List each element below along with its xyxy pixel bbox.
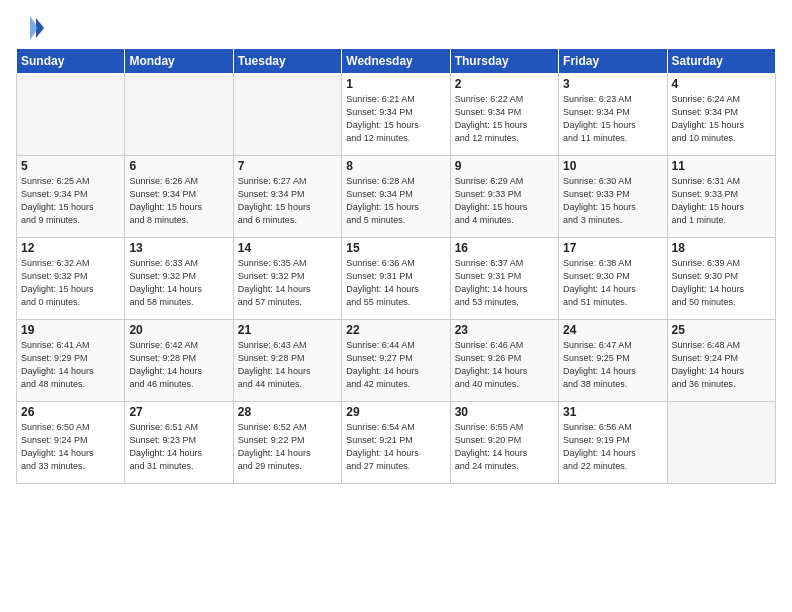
calendar-cell: 29Sunrise: 6:54 AM Sunset: 9:21 PM Dayli… <box>342 402 450 484</box>
day-number: 31 <box>563 405 662 419</box>
day-info: Sunrise: 6:26 AM Sunset: 9:34 PM Dayligh… <box>129 175 228 227</box>
calendar-cell: 11Sunrise: 6:31 AM Sunset: 9:33 PM Dayli… <box>667 156 775 238</box>
day-number: 21 <box>238 323 337 337</box>
logo <box>16 14 48 42</box>
week-row-5: 26Sunrise: 6:50 AM Sunset: 9:24 PM Dayli… <box>17 402 776 484</box>
day-info: Sunrise: 6:46 AM Sunset: 9:26 PM Dayligh… <box>455 339 554 391</box>
calendar-cell: 25Sunrise: 6:48 AM Sunset: 9:24 PM Dayli… <box>667 320 775 402</box>
day-number: 6 <box>129 159 228 173</box>
day-number: 10 <box>563 159 662 173</box>
day-info: Sunrise: 6:42 AM Sunset: 9:28 PM Dayligh… <box>129 339 228 391</box>
day-number: 26 <box>21 405 120 419</box>
week-row-1: 1Sunrise: 6:21 AM Sunset: 9:34 PM Daylig… <box>17 74 776 156</box>
day-info: Sunrise: 6:23 AM Sunset: 9:34 PM Dayligh… <box>563 93 662 145</box>
day-number: 27 <box>129 405 228 419</box>
day-number: 1 <box>346 77 445 91</box>
week-row-4: 19Sunrise: 6:41 AM Sunset: 9:29 PM Dayli… <box>17 320 776 402</box>
day-number: 20 <box>129 323 228 337</box>
day-number: 25 <box>672 323 771 337</box>
day-info: Sunrise: 6:29 AM Sunset: 9:33 PM Dayligh… <box>455 175 554 227</box>
day-info: Sunrise: 6:35 AM Sunset: 9:32 PM Dayligh… <box>238 257 337 309</box>
weekday-header-sunday: Sunday <box>17 49 125 74</box>
calendar-cell: 23Sunrise: 6:46 AM Sunset: 9:26 PM Dayli… <box>450 320 558 402</box>
day-number: 3 <box>563 77 662 91</box>
day-number: 12 <box>21 241 120 255</box>
calendar-cell: 18Sunrise: 6:39 AM Sunset: 9:30 PM Dayli… <box>667 238 775 320</box>
day-number: 5 <box>21 159 120 173</box>
day-number: 30 <box>455 405 554 419</box>
day-info: Sunrise: 6:41 AM Sunset: 9:29 PM Dayligh… <box>21 339 120 391</box>
weekday-header-friday: Friday <box>559 49 667 74</box>
calendar-cell: 8Sunrise: 6:28 AM Sunset: 9:34 PM Daylig… <box>342 156 450 238</box>
day-number: 14 <box>238 241 337 255</box>
day-info: Sunrise: 6:31 AM Sunset: 9:33 PM Dayligh… <box>672 175 771 227</box>
day-number: 24 <box>563 323 662 337</box>
calendar-cell: 3Sunrise: 6:23 AM Sunset: 9:34 PM Daylig… <box>559 74 667 156</box>
weekday-header-thursday: Thursday <box>450 49 558 74</box>
calendar-cell <box>233 74 341 156</box>
calendar-cell: 13Sunrise: 6:33 AM Sunset: 9:32 PM Dayli… <box>125 238 233 320</box>
calendar-cell: 4Sunrise: 6:24 AM Sunset: 9:34 PM Daylig… <box>667 74 775 156</box>
day-number: 29 <box>346 405 445 419</box>
calendar-cell: 27Sunrise: 6:51 AM Sunset: 9:23 PM Dayli… <box>125 402 233 484</box>
day-number: 17 <box>563 241 662 255</box>
calendar-cell: 22Sunrise: 6:44 AM Sunset: 9:27 PM Dayli… <box>342 320 450 402</box>
day-info: Sunrise: 6:38 AM Sunset: 9:30 PM Dayligh… <box>563 257 662 309</box>
day-info: Sunrise: 6:47 AM Sunset: 9:25 PM Dayligh… <box>563 339 662 391</box>
calendar-cell <box>125 74 233 156</box>
weekday-header-wednesday: Wednesday <box>342 49 450 74</box>
weekday-header-monday: Monday <box>125 49 233 74</box>
calendar-cell: 10Sunrise: 6:30 AM Sunset: 9:33 PM Dayli… <box>559 156 667 238</box>
day-info: Sunrise: 6:54 AM Sunset: 9:21 PM Dayligh… <box>346 421 445 473</box>
day-info: Sunrise: 6:30 AM Sunset: 9:33 PM Dayligh… <box>563 175 662 227</box>
day-info: Sunrise: 6:36 AM Sunset: 9:31 PM Dayligh… <box>346 257 445 309</box>
calendar-cell: 17Sunrise: 6:38 AM Sunset: 9:30 PM Dayli… <box>559 238 667 320</box>
calendar-cell: 30Sunrise: 6:55 AM Sunset: 9:20 PM Dayli… <box>450 402 558 484</box>
day-info: Sunrise: 6:24 AM Sunset: 9:34 PM Dayligh… <box>672 93 771 145</box>
calendar-cell: 2Sunrise: 6:22 AM Sunset: 9:34 PM Daylig… <box>450 74 558 156</box>
day-number: 15 <box>346 241 445 255</box>
calendar-cell: 31Sunrise: 6:56 AM Sunset: 9:19 PM Dayli… <box>559 402 667 484</box>
calendar-cell: 21Sunrise: 6:43 AM Sunset: 9:28 PM Dayli… <box>233 320 341 402</box>
day-number: 28 <box>238 405 337 419</box>
calendar-cell: 16Sunrise: 6:37 AM Sunset: 9:31 PM Dayli… <box>450 238 558 320</box>
day-info: Sunrise: 6:52 AM Sunset: 9:22 PM Dayligh… <box>238 421 337 473</box>
calendar-cell: 19Sunrise: 6:41 AM Sunset: 9:29 PM Dayli… <box>17 320 125 402</box>
week-row-2: 5Sunrise: 6:25 AM Sunset: 9:34 PM Daylig… <box>17 156 776 238</box>
calendar-cell: 9Sunrise: 6:29 AM Sunset: 9:33 PM Daylig… <box>450 156 558 238</box>
day-info: Sunrise: 6:48 AM Sunset: 9:24 PM Dayligh… <box>672 339 771 391</box>
day-info: Sunrise: 6:25 AM Sunset: 9:34 PM Dayligh… <box>21 175 120 227</box>
day-number: 2 <box>455 77 554 91</box>
calendar-cell: 12Sunrise: 6:32 AM Sunset: 9:32 PM Dayli… <box>17 238 125 320</box>
day-info: Sunrise: 6:33 AM Sunset: 9:32 PM Dayligh… <box>129 257 228 309</box>
day-info: Sunrise: 6:50 AM Sunset: 9:24 PM Dayligh… <box>21 421 120 473</box>
day-info: Sunrise: 6:22 AM Sunset: 9:34 PM Dayligh… <box>455 93 554 145</box>
day-number: 4 <box>672 77 771 91</box>
day-info: Sunrise: 6:56 AM Sunset: 9:19 PM Dayligh… <box>563 421 662 473</box>
day-number: 18 <box>672 241 771 255</box>
calendar-cell: 1Sunrise: 6:21 AM Sunset: 9:34 PM Daylig… <box>342 74 450 156</box>
calendar-cell: 15Sunrise: 6:36 AM Sunset: 9:31 PM Dayli… <box>342 238 450 320</box>
day-info: Sunrise: 6:55 AM Sunset: 9:20 PM Dayligh… <box>455 421 554 473</box>
day-info: Sunrise: 6:28 AM Sunset: 9:34 PM Dayligh… <box>346 175 445 227</box>
day-number: 22 <box>346 323 445 337</box>
week-row-3: 12Sunrise: 6:32 AM Sunset: 9:32 PM Dayli… <box>17 238 776 320</box>
day-info: Sunrise: 6:51 AM Sunset: 9:23 PM Dayligh… <box>129 421 228 473</box>
day-number: 8 <box>346 159 445 173</box>
weekday-header-saturday: Saturday <box>667 49 775 74</box>
calendar-cell: 14Sunrise: 6:35 AM Sunset: 9:32 PM Dayli… <box>233 238 341 320</box>
day-info: Sunrise: 6:44 AM Sunset: 9:27 PM Dayligh… <box>346 339 445 391</box>
day-number: 16 <box>455 241 554 255</box>
header <box>16 10 776 42</box>
logo-icon <box>16 14 44 42</box>
day-number: 7 <box>238 159 337 173</box>
calendar-cell: 7Sunrise: 6:27 AM Sunset: 9:34 PM Daylig… <box>233 156 341 238</box>
day-info: Sunrise: 6:21 AM Sunset: 9:34 PM Dayligh… <box>346 93 445 145</box>
day-number: 23 <box>455 323 554 337</box>
day-info: Sunrise: 6:39 AM Sunset: 9:30 PM Dayligh… <box>672 257 771 309</box>
calendar-cell: 5Sunrise: 6:25 AM Sunset: 9:34 PM Daylig… <box>17 156 125 238</box>
calendar-cell: 20Sunrise: 6:42 AM Sunset: 9:28 PM Dayli… <box>125 320 233 402</box>
day-number: 9 <box>455 159 554 173</box>
calendar-cell: 6Sunrise: 6:26 AM Sunset: 9:34 PM Daylig… <box>125 156 233 238</box>
calendar-cell <box>17 74 125 156</box>
